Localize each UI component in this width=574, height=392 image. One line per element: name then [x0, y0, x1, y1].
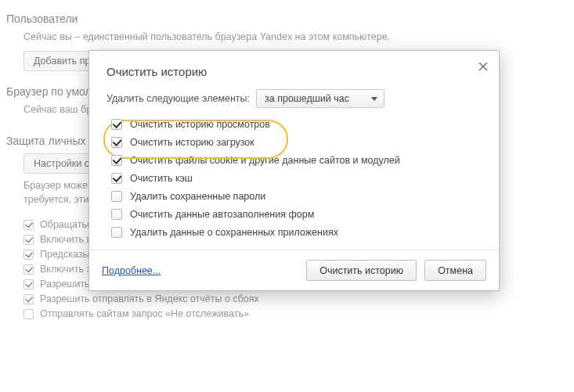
clear-history-dialog: Очистить историю Удалить следующие элеме… — [88, 50, 500, 291]
checkbox-icon[interactable] — [111, 191, 122, 202]
cancel-button[interactable]: Отмена — [424, 260, 486, 281]
checkbox-icon[interactable] — [111, 209, 122, 220]
dialog-header: Очистить историю — [89, 51, 499, 80]
learn-more-link[interactable]: Подробнее... — [102, 265, 161, 276]
option-label: Очистить данные автозаполнения форм — [130, 209, 314, 220]
close-icon[interactable] — [477, 60, 489, 73]
time-range-row: Удалить следующие элементы: за прошедший… — [106, 89, 482, 108]
dialog-actions: Очистить историю Отмена — [306, 260, 486, 281]
dialog-title: Очистить историю — [106, 65, 482, 78]
option-label: Очистить кэш — [130, 173, 193, 184]
option-clear-autofill[interactable]: Очистить данные автозаполнения форм — [106, 209, 482, 220]
option-label: Очистить историю загрузок — [130, 137, 255, 148]
checkbox-icon[interactable] — [111, 155, 122, 166]
checkbox-icon[interactable] — [111, 227, 122, 238]
option-delete-passwords[interactable]: Удалить сохраненные пароли — [106, 191, 482, 202]
dialog-footer: Подробнее... Очистить историю Отмена — [89, 250, 499, 290]
option-clear-cookies[interactable]: Очистить файлы cookie и другие данные са… — [106, 155, 482, 166]
option-clear-browsing-history[interactable]: Очистить историю просмотров — [106, 119, 482, 130]
dialog-body: Удалить следующие элементы: за прошедший… — [89, 80, 499, 250]
option-label: Удалить сохраненные пароли — [130, 191, 265, 202]
checkbox-icon[interactable] — [111, 119, 122, 130]
modal-overlay: Очистить историю Удалить следующие элеме… — [0, 0, 574, 392]
checkbox-icon[interactable] — [111, 137, 122, 148]
clear-history-button[interactable]: Очистить историю — [306, 260, 417, 281]
option-label: Очистить историю просмотров — [130, 119, 270, 130]
time-range-select[interactable]: за прошедший час — [256, 89, 384, 108]
checkbox-icon[interactable] — [111, 173, 122, 184]
option-delete-app-data[interactable]: Удалить данные о сохраненных приложениях — [106, 227, 482, 238]
option-label: Очистить файлы cookie и другие данные са… — [130, 155, 400, 166]
options-list: Очистить историю просмотров Очистить ист… — [106, 119, 482, 238]
option-label: Удалить данные о сохраненных приложениях — [130, 227, 338, 238]
time-range-label: Удалить следующие элементы: — [106, 93, 250, 104]
time-range-value: за прошедший час — [265, 93, 349, 104]
option-clear-cache[interactable]: Очистить кэш — [106, 173, 482, 184]
chevron-down-icon — [371, 97, 377, 101]
option-clear-download-history[interactable]: Очистить историю загрузок — [106, 137, 482, 148]
